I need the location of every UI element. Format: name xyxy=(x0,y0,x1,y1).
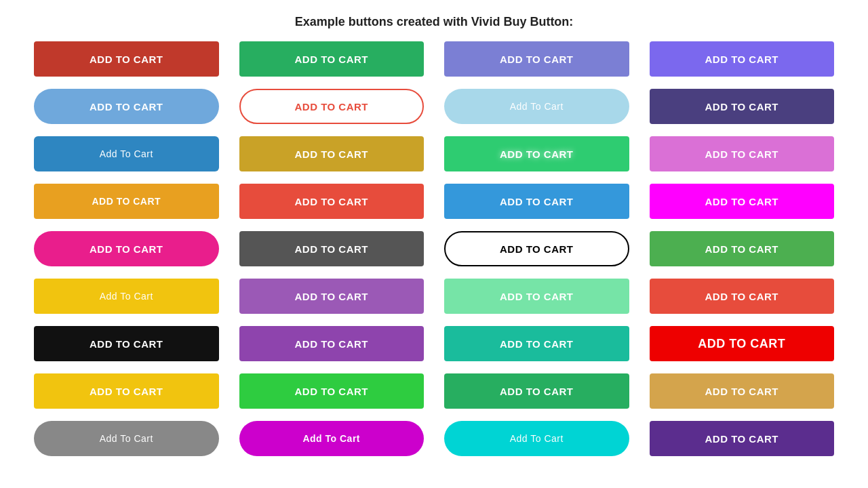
add-to-cart-button-35[interactable]: Add To Cart xyxy=(444,421,629,456)
add-to-cart-button-3[interactable]: ADD TO CART xyxy=(444,41,629,77)
add-to-cart-button-5[interactable]: ADD TO CART xyxy=(34,89,219,124)
add-to-cart-button-9[interactable]: Add To Cart xyxy=(34,136,219,171)
add-to-cart-button-24[interactable]: ADD TO CART xyxy=(650,279,835,314)
add-to-cart-button-26[interactable]: ADD TO CART xyxy=(239,326,425,361)
add-to-cart-button-12[interactable]: ADD TO CART xyxy=(650,136,835,171)
add-to-cart-button-20[interactable]: ADD TO CART xyxy=(650,231,835,266)
page-title: Example buttons created with Vivid Buy B… xyxy=(0,0,868,41)
add-to-cart-button-23[interactable]: ADD TO CART xyxy=(444,279,629,314)
add-to-cart-button-8[interactable]: ADD TO CART xyxy=(650,89,835,124)
add-to-cart-button-17[interactable]: ADD TO CART xyxy=(34,231,219,266)
add-to-cart-button-21[interactable]: Add To Cart xyxy=(34,279,219,314)
add-to-cart-button-31[interactable]: ADD TO CART xyxy=(444,373,629,409)
add-to-cart-button-30[interactable]: ADD TO CART xyxy=(239,373,425,409)
button-grid: ADD TO CARTADD TO CARTADD TO CARTADD TO … xyxy=(0,41,868,456)
add-to-cart-button-16[interactable]: ADD TO CART xyxy=(650,184,835,219)
add-to-cart-button-36[interactable]: ADD TO CART xyxy=(650,421,835,456)
add-to-cart-button-14[interactable]: ADD TO CART xyxy=(239,184,425,219)
add-to-cart-button-15[interactable]: ADD TO CART xyxy=(444,184,629,219)
add-to-cart-button-2[interactable]: ADD TO CART xyxy=(239,41,425,77)
add-to-cart-button-11[interactable]: ADD TO CART xyxy=(444,136,629,171)
add-to-cart-button-29[interactable]: ADD TO CART xyxy=(34,373,219,409)
add-to-cart-button-25[interactable]: ADD TO CART xyxy=(34,326,219,361)
add-to-cart-button-7[interactable]: Add To Cart xyxy=(444,89,629,124)
add-to-cart-button-27[interactable]: ADD TO CART xyxy=(444,326,629,361)
add-to-cart-button-18[interactable]: ADD TO CART xyxy=(239,231,425,266)
add-to-cart-button-28[interactable]: ADD TO CART xyxy=(650,326,835,361)
add-to-cart-button-19[interactable]: ADD TO CART xyxy=(444,231,629,266)
add-to-cart-button-32[interactable]: ADD TO CART xyxy=(650,373,835,409)
add-to-cart-button-22[interactable]: ADD TO CART xyxy=(239,279,425,314)
add-to-cart-button-4[interactable]: ADD TO CART xyxy=(650,41,835,77)
add-to-cart-button-6[interactable]: ADD TO CART xyxy=(239,89,425,124)
add-to-cart-button-1[interactable]: ADD TO CART xyxy=(34,41,219,77)
add-to-cart-button-33[interactable]: Add To Cart xyxy=(34,421,219,456)
add-to-cart-button-13[interactable]: ADD TO CART xyxy=(34,184,219,219)
add-to-cart-button-10[interactable]: ADD TO CART xyxy=(239,136,425,171)
add-to-cart-button-34[interactable]: Add To Cart xyxy=(239,421,425,456)
